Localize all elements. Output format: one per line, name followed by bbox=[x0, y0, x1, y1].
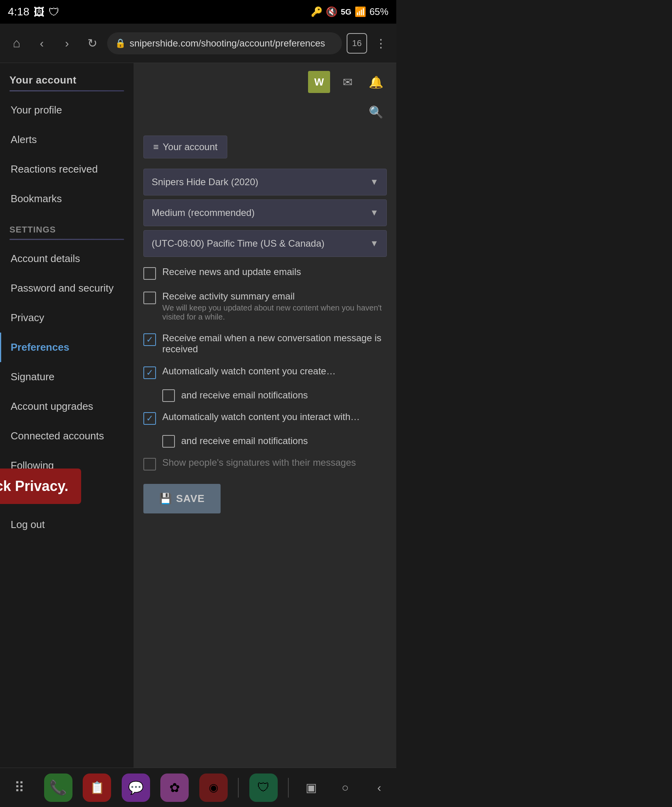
signal-icon: 📶 bbox=[355, 6, 366, 17]
surfshark-app-icon[interactable]: 🛡 bbox=[249, 774, 278, 802]
activity-summary-label: Receive activity summary email bbox=[162, 291, 387, 302]
sidebar-item-account-details[interactable]: Account details bbox=[0, 244, 134, 273]
apps-grid-button[interactable]: ⠿ bbox=[5, 774, 33, 802]
sidebar-item-connected-accounts[interactable]: Connected accounts bbox=[0, 421, 134, 451]
timezone-select-wrapper: (UTC-08:00) Pacific Time (US & Canada) ▼ bbox=[143, 230, 387, 257]
theme-chevron-icon: ▼ bbox=[370, 177, 379, 187]
sidebar-item-account-upgrades[interactable]: Account upgrades bbox=[0, 392, 134, 421]
click-privacy-tooltip: <--- 4. Click Privacy. bbox=[0, 469, 81, 504]
surfshark-status-icon: 🛡 bbox=[48, 6, 59, 19]
refresh-button[interactable]: ↻ bbox=[82, 33, 102, 54]
news-emails-row: Receive news and update emails bbox=[134, 261, 396, 285]
sidebar-item-password-security[interactable]: Password and security bbox=[0, 273, 134, 303]
save-label: SAVE bbox=[176, 493, 205, 505]
phone-app-icon[interactable]: 📞 bbox=[44, 774, 72, 802]
auto-watch-create-checkbox[interactable]: ✓ bbox=[143, 366, 156, 379]
show-signatures-row: Show people's signatures with their mess… bbox=[134, 452, 396, 476]
main-content: Your account Your profile Alerts Reactio… bbox=[0, 63, 396, 768]
account-divider bbox=[9, 90, 124, 91]
conversation-message-checkbox[interactable]: ✓ bbox=[143, 333, 156, 346]
forward-browser-button[interactable]: › bbox=[57, 33, 77, 54]
photo-icon: 🖼 bbox=[33, 6, 45, 19]
user-avatar[interactable]: W bbox=[308, 71, 330, 93]
sidebar-item-reactions-received[interactable]: Reactions received bbox=[0, 154, 134, 184]
news-emails-label: Receive news and update emails bbox=[162, 266, 301, 277]
email-notify-create-checkbox[interactable] bbox=[162, 389, 175, 402]
email-notify-create-label: and receive email notifications bbox=[181, 390, 308, 401]
sidebar-item-alerts[interactable]: Alerts bbox=[0, 125, 134, 154]
fontsize-select-wrapper: Medium (recommended) ▼ bbox=[143, 199, 387, 226]
status-bar: 4:18 🖼 🛡 🔑 🔇 5G 📶 65% bbox=[0, 0, 396, 24]
browser-bar: ⌂ ‹ › ↻ 🔒 snipershide.com/shooting/accou… bbox=[0, 24, 396, 63]
activity-summary-checkbox[interactable] bbox=[143, 292, 156, 304]
sidebar-item-bookmarks[interactable]: Bookmarks bbox=[0, 184, 134, 214]
save-button[interactable]: 💾 SAVE bbox=[143, 484, 221, 513]
auto-watch-create-row: ✓ Automatically watch content you create… bbox=[134, 360, 396, 385]
back-system-button[interactable]: ‹ bbox=[368, 776, 391, 800]
auto-watch-interact-row: ✓ Automatically watch content you intera… bbox=[134, 406, 396, 430]
email-notify-interact-row: and receive email notifications bbox=[134, 430, 396, 452]
tab-count[interactable]: 16 bbox=[347, 33, 367, 54]
address-bar[interactable]: 🔒 snipershide.com/shooting/account/prefe… bbox=[107, 32, 342, 54]
theme-select-wrapper: Snipers Hide Dark (2020) ▼ bbox=[143, 169, 387, 195]
settings-divider bbox=[9, 239, 124, 240]
timezone-chevron-icon: ▼ bbox=[370, 238, 379, 249]
screenshot-app-icon[interactable]: ◉ bbox=[199, 774, 228, 802]
sidebar-item-preferences[interactable]: Preferences bbox=[0, 333, 134, 362]
sidebar-item-signature[interactable]: Signature bbox=[0, 362, 134, 392]
save-icon: 💾 bbox=[159, 493, 172, 505]
email-notify-interact-checkbox[interactable] bbox=[162, 435, 175, 448]
flower-app-icon[interactable]: ✿ bbox=[160, 774, 189, 802]
messaging-app-icon[interactable]: 💬 bbox=[122, 774, 150, 802]
time-display: 4:18 bbox=[8, 6, 30, 18]
sidebar: Your account Your profile Alerts Reactio… bbox=[0, 63, 134, 768]
back-browser-button[interactable]: ‹ bbox=[32, 33, 52, 54]
panel-header: W ✉ 🔔 bbox=[134, 63, 396, 101]
email-notify-create-row: and receive email notifications bbox=[134, 385, 396, 406]
activity-summary-row: Receive activity summary email We will k… bbox=[134, 285, 396, 327]
url-text: snipershide.com/shooting/account/prefere… bbox=[130, 38, 325, 49]
hamburger-icon: ≡ bbox=[153, 141, 159, 152]
nav-divider bbox=[238, 778, 239, 798]
bell-icon[interactable]: 🔔 bbox=[365, 71, 387, 93]
nav-divider-2 bbox=[288, 778, 289, 798]
sidebar-item-your-profile[interactable]: Your profile bbox=[0, 95, 134, 125]
settings-section-title: SETTINGS bbox=[0, 214, 134, 239]
home-system-button[interactable]: ○ bbox=[333, 776, 357, 800]
news-emails-checkbox[interactable] bbox=[143, 267, 156, 280]
home-button[interactable]: ⌂ bbox=[6, 33, 27, 54]
your-account-button[interactable]: ≡ Your account bbox=[143, 136, 227, 158]
mute-icon: 🔇 bbox=[326, 6, 338, 17]
right-panel: W ✉ 🔔 🔍 ≡ Your account Snipers Hide Dark… bbox=[134, 63, 396, 768]
battery-display: 65% bbox=[369, 6, 388, 17]
fontsize-chevron-icon: ▼ bbox=[370, 208, 379, 218]
key-icon: 🔑 bbox=[311, 6, 323, 17]
status-left: 4:18 🖼 🛡 bbox=[8, 6, 59, 19]
account-section-title: Your account bbox=[0, 63, 134, 90]
browser-menu-button[interactable]: ⋮ bbox=[372, 33, 390, 53]
search-icon[interactable]: 🔍 bbox=[365, 101, 387, 123]
mail-icon[interactable]: ✉ bbox=[336, 71, 358, 93]
auto-watch-interact-label: Automatically watch content you interact… bbox=[162, 411, 360, 422]
panel-search-row: 🔍 bbox=[134, 101, 396, 129]
sidebar-item-log-out[interactable]: Log out bbox=[0, 510, 134, 539]
fontsize-select[interactable]: Medium (recommended) ▼ bbox=[143, 199, 387, 226]
bottom-nav-bar: ⠿ 📞 📋 💬 ✿ ◉ 🛡 ▣ ○ ‹ bbox=[0, 768, 396, 807]
timezone-select[interactable]: (UTC-08:00) Pacific Time (US & Canada) ▼ bbox=[143, 230, 387, 257]
lock-icon: 🔒 bbox=[115, 38, 126, 48]
status-right: 🔑 🔇 5G 📶 65% bbox=[311, 6, 388, 17]
auto-watch-interact-checkbox[interactable]: ✓ bbox=[143, 412, 156, 425]
auto-watch-create-label: Automatically watch content you create… bbox=[162, 366, 336, 377]
conversation-message-row: ✓ Receive email when a new conversation … bbox=[134, 327, 396, 360]
show-signatures-label: Show people's signatures with their mess… bbox=[162, 457, 356, 468]
theme-select[interactable]: Snipers Hide Dark (2020) ▼ bbox=[143, 169, 387, 195]
sidebar-item-privacy[interactable]: Privacy <--- 4. Click Privacy. bbox=[0, 303, 134, 333]
conversation-message-label: Receive email when a new conversation me… bbox=[162, 333, 387, 355]
show-signatures-checkbox[interactable] bbox=[143, 458, 156, 470]
email-notify-interact-label: and receive email notifications bbox=[181, 435, 308, 446]
tasks-app-icon[interactable]: 📋 bbox=[83, 774, 111, 802]
recent-apps-button[interactable]: ▣ bbox=[299, 776, 323, 800]
activity-summary-note: We will keep you updated about new conte… bbox=[162, 303, 387, 322]
5g-icon: 5G bbox=[341, 7, 351, 17]
